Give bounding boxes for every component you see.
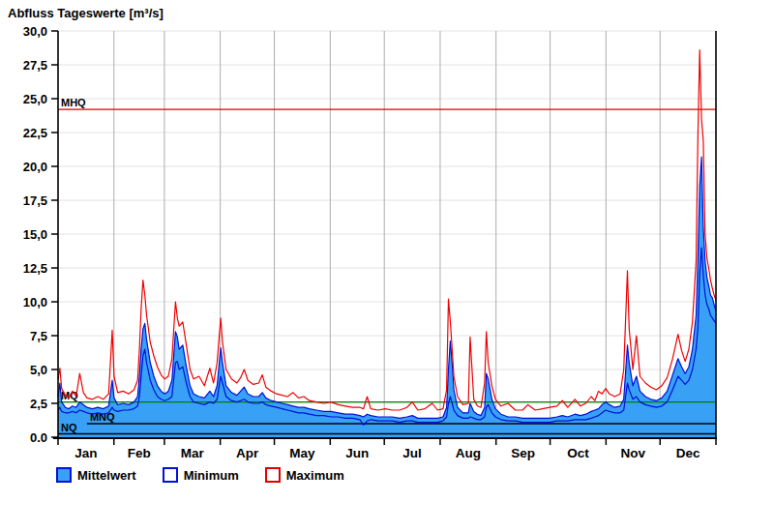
svg-text:30,0: 30,0: [23, 24, 47, 39]
svg-text:Jun: Jun: [345, 446, 369, 460]
svg-text:15,0: 15,0: [23, 227, 47, 242]
discharge-time-series-plot: MHQMQMNQNQ30,027,525,022,520,017,515,012…: [0, 0, 774, 463]
legend-item-maximum: Maximum: [265, 467, 344, 483]
svg-text:20,0: 20,0: [23, 160, 47, 174]
svg-text:Nov: Nov: [621, 446, 646, 460]
svg-text:Oct: Oct: [567, 446, 589, 460]
svg-text:MHQ: MHQ: [61, 97, 86, 108]
svg-text:22,5: 22,5: [23, 126, 47, 140]
svg-text:Aug: Aug: [456, 446, 481, 460]
svg-text:Feb: Feb: [128, 446, 151, 460]
maximum-swatch-icon: [265, 467, 281, 483]
svg-text:27,5: 27,5: [23, 58, 47, 73]
legend-label-maximum: Maximum: [286, 468, 344, 483]
legend-item-mittelwert: Mittelwert: [56, 467, 136, 483]
legend-label-mittelwert: Mittelwert: [77, 468, 136, 483]
svg-text:10,0: 10,0: [23, 295, 47, 310]
legend-item-minimum: Minimum: [163, 467, 239, 483]
chart-window: Abfluss Tageswerte [m³/s] MHQMQMNQNQ30,0…: [0, 0, 774, 532]
svg-text:12,5: 12,5: [23, 261, 47, 276]
svg-text:7,5: 7,5: [30, 329, 47, 343]
svg-text:17,5: 17,5: [23, 193, 47, 208]
legend-label-minimum: Minimum: [184, 468, 239, 483]
svg-text:Jul: Jul: [402, 446, 422, 460]
svg-text:2,5: 2,5: [30, 397, 47, 411]
svg-text:5,0: 5,0: [30, 363, 47, 377]
svg-text:Mar: Mar: [181, 446, 205, 460]
mittelwert-swatch-icon: [56, 467, 72, 483]
svg-text:Apr: Apr: [236, 446, 259, 460]
svg-text:Sep: Sep: [511, 446, 535, 460]
svg-text:MNQ: MNQ: [90, 411, 115, 423]
chart-legend: Mittelwert Minimum Maximum: [56, 467, 371, 483]
minimum-swatch-icon: [163, 467, 178, 483]
svg-text:May: May: [289, 446, 315, 460]
svg-text:25,0: 25,0: [23, 92, 47, 106]
svg-text:Dec: Dec: [676, 446, 700, 460]
svg-text:Jan: Jan: [74, 446, 97, 460]
svg-text:NQ: NQ: [61, 422, 77, 433]
svg-text:0.0: 0.0: [30, 430, 47, 445]
